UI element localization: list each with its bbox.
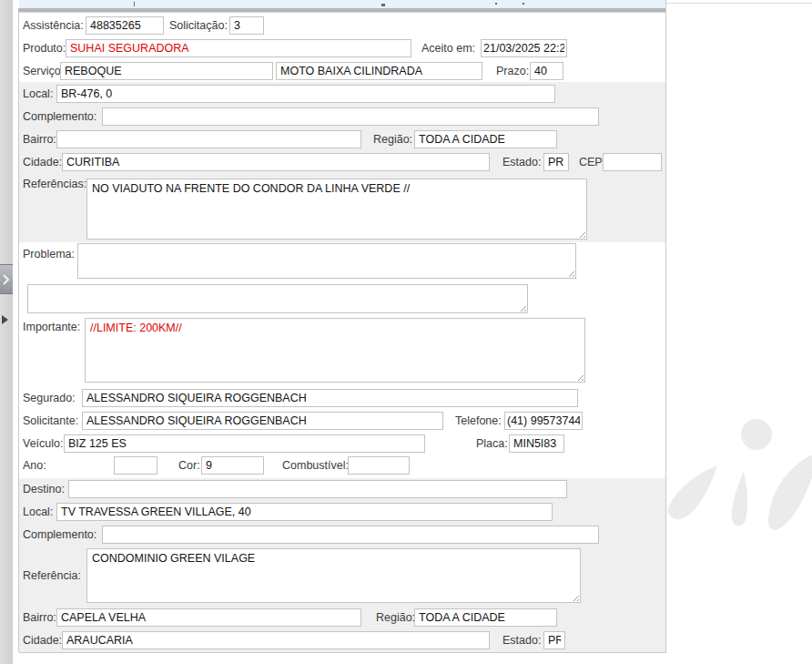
cep-label: CEP:	[579, 153, 605, 171]
toolbar-text-fragment	[523, 3, 524, 5]
estado-destino-input[interactable]	[543, 631, 565, 649]
local-origem-label: Local:	[23, 85, 53, 103]
panel-right-border	[665, 0, 666, 652]
segurado-input[interactable]	[82, 389, 578, 407]
complemento-origem-label: Complemento:	[23, 107, 96, 126]
problema-label: Problema:	[23, 245, 75, 263]
bairro-destino-input[interactable]	[56, 608, 361, 627]
regiao-origem-input[interactable]	[414, 130, 557, 148]
referencias-textarea[interactable]: NO VIADUTO NA FRENTE DO CONDOR DA LINHA …	[86, 179, 587, 240]
watermark-swoosh-right	[768, 451, 812, 530]
regiao-origem-label: Região:	[373, 130, 412, 148]
panel-bottom-border	[19, 652, 666, 653]
importante-textarea[interactable]: //LIMITE: 200KM//	[85, 318, 585, 383]
local-destino-input[interactable]	[56, 503, 553, 521]
servico-input[interactable]	[60, 62, 273, 80]
veiculo-input[interactable]	[64, 434, 425, 453]
regiao-destino-input[interactable]	[414, 608, 557, 627]
destino-input[interactable]	[68, 480, 567, 498]
problema-textarea[interactable]	[77, 243, 576, 279]
combustivel-input[interactable]	[348, 456, 410, 475]
produto-input[interactable]	[66, 39, 411, 57]
local-destino-label: Local:	[23, 503, 53, 521]
chevron-right-icon	[3, 274, 10, 285]
bairro-origem-label: Bairro:	[23, 130, 56, 148]
toolbar-text-fragment	[134, 2, 135, 6]
combustivel-label: Combustível:	[282, 456, 349, 475]
aceito-em-label: Aceito em:	[421, 39, 475, 57]
toolbar-text-fragment	[495, 3, 497, 5]
servico-detalhe-input[interactable]	[276, 62, 482, 80]
watermark-teardrop	[732, 471, 748, 526]
bairro-destino-label: Bairro:	[23, 608, 56, 627]
left-collapsed-panel	[0, 0, 13, 664]
solicitante-input[interactable]	[82, 412, 443, 430]
placa-input[interactable]	[509, 434, 564, 453]
watermark-swoosh-left	[667, 465, 717, 519]
referencias-label: Referências:	[23, 175, 86, 193]
segurado-label: Segurado:	[23, 389, 76, 407]
watermark-dot	[741, 419, 772, 450]
prazo-input[interactable]	[530, 62, 563, 80]
estado-origem-input[interactable]	[543, 153, 569, 171]
referencia-destino-textarea[interactable]: CONDOMINIO GREEN VILAGE	[86, 548, 581, 603]
telefone-label: Telefone:	[455, 412, 502, 430]
solicitante-label: Solicitante:	[23, 412, 78, 430]
aceito-em-input[interactable]	[481, 39, 567, 57]
expand-panel-button[interactable]	[0, 264, 13, 294]
referencia-destino-label: Referência:	[23, 567, 81, 585]
toolbar-divider	[18, 8, 666, 13]
complemento-destino-label: Complemento:	[23, 526, 96, 544]
cidade-destino-label: Cidade:	[23, 631, 62, 649]
local-origem-input[interactable]	[56, 85, 555, 103]
top-right-divider	[666, 3, 812, 4]
watermark-logo	[665, 401, 812, 583]
telefone-input[interactable]	[504, 412, 583, 430]
assistencia-label: Assistência:	[23, 16, 84, 35]
regiao-destino-label: Região:	[376, 608, 415, 627]
cidade-destino-input[interactable]	[62, 631, 490, 649]
splitter-arrow-icon[interactable]	[2, 315, 8, 324]
solicitacao-label: Solicitação:	[169, 16, 228, 35]
solicitacao-input[interactable]	[229, 16, 264, 35]
cep-input[interactable]	[603, 153, 662, 171]
ano-label: Ano:	[23, 456, 46, 475]
assistance-order-page: Assistência: Solicitação: Produto: Aceit…	[0, 0, 812, 664]
bairro-origem-input[interactable]	[56, 130, 361, 148]
cidade-origem-input[interactable]	[62, 153, 490, 171]
placa-label: Placa:	[476, 434, 508, 453]
destino-label: Destino:	[23, 480, 65, 498]
complemento-destino-input[interactable]	[102, 526, 599, 544]
estado-origem-label: Estado:	[502, 153, 541, 171]
toolbar-text-fragment	[381, 4, 385, 6]
importante-label: Importante:	[23, 318, 80, 336]
veiculo-label: Veículo:	[23, 434, 63, 453]
cor-input[interactable]	[201, 456, 264, 475]
produto-label: Produto:	[23, 39, 66, 57]
estado-destino-label: Estado:	[502, 631, 541, 649]
prazo-label: Prazo:	[496, 62, 529, 80]
clipped-toolbar	[19, 0, 665, 8]
servico-label: Serviço:	[23, 62, 64, 80]
cidade-origem-label: Cidade:	[23, 153, 62, 171]
assistencia-input[interactable]	[86, 16, 164, 35]
complemento-origem-input[interactable]	[102, 107, 599, 126]
observacao-textarea[interactable]	[27, 284, 528, 313]
cor-label: Cor:	[178, 456, 200, 475]
ano-input[interactable]	[114, 456, 157, 475]
